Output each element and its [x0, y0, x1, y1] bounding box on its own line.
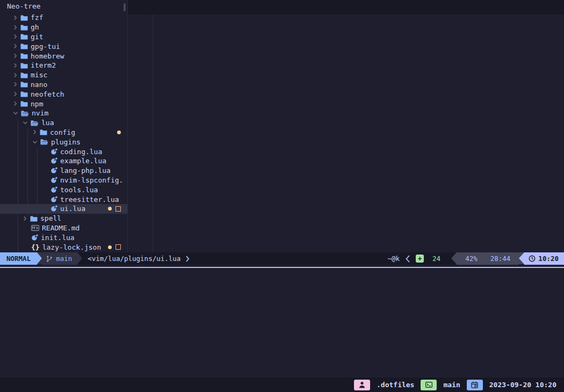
tree-item-label: lua — [41, 119, 54, 127]
folder-icon — [20, 14, 28, 21]
tree-item-readme-md[interactable]: README.md — [0, 223, 127, 233]
chevron-right-icon — [13, 101, 18, 106]
scroll-position: 42% 28:44 — [457, 252, 519, 265]
tree-item-label: lazy-lock.json — [42, 243, 102, 251]
tree-item-lang-php-lua[interactable]: lang-php.lua — [0, 166, 127, 176]
tree-item-neofetch[interactable]: neofetch — [0, 89, 127, 99]
tree-item-label: example.lua — [60, 157, 106, 165]
mode-indicator: NORMAL — [0, 252, 37, 265]
folder-open-icon — [21, 110, 29, 117]
folder-icon — [20, 91, 28, 97]
tree-item-treesitter-lua[interactable]: treesitter.lua — [0, 194, 127, 204]
folder-icon — [20, 43, 28, 49]
chevron-left-icon — [405, 255, 410, 263]
user-icon — [359, 381, 365, 388]
tree-item-lua[interactable]: lua — [0, 118, 127, 128]
tree-item-label: plugins — [51, 138, 81, 146]
tree-item-init-lua[interactable]: init.lua — [0, 233, 127, 242]
tree-item-coding-lua[interactable]: coding.lua — [0, 147, 127, 156]
bufferline — [128, 0, 564, 14]
folder-icon — [20, 81, 28, 88]
tree-item-ui-lua[interactable]: ui.lua — [0, 204, 127, 214]
tree-item-nvim-lspconfig-[interactable]: nvim-lspconfig. — [0, 176, 127, 185]
lua-file-icon — [31, 234, 38, 241]
cursor-position: 28:44 — [490, 255, 511, 263]
modified-dot-icon — [117, 130, 121, 134]
tree-item-fzf[interactable]: fzf — [0, 13, 127, 23]
tree-item-label: config — [50, 128, 75, 136]
tmux-session-name: .dotfiles — [373, 381, 417, 389]
calendar-icon — [471, 381, 478, 388]
neotree-file-list: fzfghgitgpg-tuihomebrewiterm2miscnanoneo… — [0, 13, 127, 252]
chevron-right-icon — [23, 216, 27, 221]
editor[interactable] — [128, 14, 564, 252]
git-branch[interactable]: main — [42, 252, 77, 265]
tree-indent-guide — [18, 119, 18, 251]
chevron-right-icon — [13, 43, 18, 49]
tree-item-label: ui.lua — [60, 205, 85, 213]
tree-item-nano[interactable]: nano — [0, 80, 127, 90]
lua-file-icon — [50, 205, 57, 212]
chevron-right-icon — [13, 34, 18, 39]
tree-item-gpg-tui[interactable]: gpg-tui — [0, 41, 127, 51]
tree-item-spell[interactable]: spell — [0, 214, 127, 223]
clock-segment: 10:20 — [524, 252, 564, 265]
tmux-datetime: 2023-09-20 10:20 — [486, 381, 560, 389]
tree-indent-guide — [37, 148, 38, 216]
terminal-app: Neo-tree fzfghgitgpg-tuihomebrewiterm2mi… — [0, 0, 564, 392]
chevron-right-icon — [185, 256, 190, 262]
tree-item-label: gpg-tui — [31, 42, 60, 50]
neotree-scrollbar[interactable] — [124, 3, 126, 11]
tmux-pane-border[interactable] — [0, 267, 564, 268]
folder-icon — [40, 129, 47, 135]
chevron-right-icon — [13, 91, 18, 97]
chevron-right-icon — [13, 25, 18, 30]
chevron-right-icon — [32, 129, 37, 135]
macro-register: ~@k — [388, 255, 400, 263]
tree-item-example-lua[interactable]: example.lua — [0, 156, 127, 166]
folder-icon — [20, 62, 28, 69]
git-status-square-icon — [115, 244, 121, 250]
powerline-separator — [519, 252, 524, 264]
tree-item-label: iterm2 — [31, 61, 56, 69]
chevron-right-icon — [13, 63, 18, 68]
powerline-separator — [77, 252, 82, 264]
json-icon: {} — [31, 243, 40, 251]
tree-item-label: misc — [31, 71, 47, 79]
folder-icon — [20, 33, 28, 40]
tree-item-gh[interactable]: gh — [0, 23, 127, 32]
tree-item-label: homebrew — [31, 52, 64, 60]
markdown-icon — [31, 225, 39, 231]
tree-item-npm[interactable]: npm — [0, 99, 127, 108]
statusline-right: ~@k + 24 — [388, 252, 452, 265]
lua-file-icon — [50, 167, 57, 174]
tree-item-lazy-lock-json[interactable]: {}lazy-lock.json — [0, 242, 127, 252]
chevron-right-icon — [13, 72, 18, 78]
tree-item-label: spell — [40, 214, 61, 222]
tmux-status-bar: .dotfiles main 2023-09-20 10:20 — [0, 378, 564, 392]
tree-item-plugins[interactable]: plugins — [0, 137, 127, 147]
powerline-separator — [37, 252, 42, 264]
tree-item-label: lang-php.lua — [60, 166, 111, 175]
chevron-right-icon — [13, 15, 18, 20]
git-branch-icon — [46, 255, 53, 263]
tree-item-label: nvim-lspconfig. — [60, 176, 123, 184]
tree-item-badges — [108, 206, 127, 212]
tree-item-misc[interactable]: misc — [0, 70, 127, 80]
tree-item-config[interactable]: config — [0, 128, 127, 137]
tree-item-git[interactable]: git — [0, 32, 127, 42]
modified-dot-icon — [108, 207, 112, 210]
tree-item-label: npm — [31, 100, 43, 108]
session-chip — [354, 380, 370, 390]
tree-item-homebrew[interactable]: homebrew — [0, 51, 127, 61]
folder-icon — [20, 72, 28, 78]
tree-item-nvim[interactable]: nvim — [0, 108, 127, 118]
lua-file-icon — [50, 148, 57, 155]
tree-item-tools-lua[interactable]: tools.lua — [0, 185, 127, 194]
tree-item-label: coding.lua — [60, 148, 102, 156]
shell-pane[interactable] — [0, 268, 564, 390]
tmux-branch-name: main — [440, 381, 463, 389]
chevron-right-icon — [13, 53, 18, 59]
tree-item-iterm2[interactable]: iterm2 — [0, 61, 127, 70]
chevron-down-icon — [32, 140, 38, 144]
